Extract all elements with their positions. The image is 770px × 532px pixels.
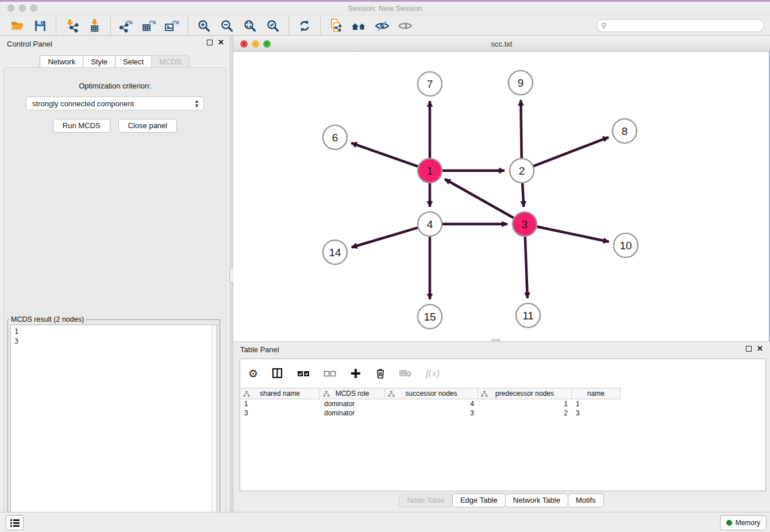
zoom-view-button[interactable]: +: [263, 40, 271, 48]
column-header-name[interactable]: name: [572, 388, 621, 399]
hide-selected-icon[interactable]: [374, 18, 391, 34]
network-view-window: scc.txt x-+ 7968124310141511: [233, 36, 770, 342]
cell-predecessor-nodes[interactable]: 2: [478, 409, 572, 417]
tab-network-table[interactable]: Network Table: [505, 494, 568, 507]
node-15[interactable]: 15: [418, 304, 442, 329]
memory-button[interactable]: Memory: [720, 515, 767, 530]
network-canvas[interactable]: 7968124310141511: [233, 52, 770, 342]
mcds-result-title: MCDS result (2 nodes): [9, 315, 86, 323]
close-panel-icon[interactable]: ✕: [218, 40, 224, 45]
cell-name[interactable]: 1: [572, 400, 621, 408]
search-input[interactable]: [607, 22, 764, 30]
table-panel-tabs: Node TableEdge TableNetwork TableMotifs: [233, 494, 770, 507]
tab-motifs[interactable]: Motifs: [568, 494, 604, 507]
add-column-icon[interactable]: [350, 366, 361, 381]
node-9[interactable]: 9: [509, 71, 533, 95]
cell-shared-name[interactable]: 1: [240, 400, 320, 408]
import-network-icon[interactable]: [63, 18, 80, 34]
node-label: 14: [329, 246, 341, 259]
edge-3-11[interactable]: [525, 237, 528, 298]
zoom-out-icon[interactable]: [218, 18, 236, 34]
run-mcds-button[interactable]: Run MCDS: [53, 119, 110, 133]
node-label: 2: [519, 165, 525, 177]
memory-label: Memory: [736, 519, 760, 527]
table-options-icon[interactable]: ⚙: [248, 366, 258, 381]
search-box[interactable]: ⚲: [596, 19, 764, 32]
toolbar-separator: [188, 17, 188, 34]
node-7[interactable]: 7: [418, 72, 442, 96]
node-1[interactable]: 1: [418, 159, 442, 183]
column-header-MCDS-role[interactable]: MCDS role: [320, 388, 385, 399]
cell-successor-nodes[interactable]: 4: [385, 400, 478, 408]
edge-3-10[interactable]: [537, 227, 609, 242]
tab-edge-table[interactable]: Edge Table: [452, 494, 506, 507]
float-panel-icon[interactable]: [207, 40, 213, 45]
optimization-criterion-label: Optimization criterion:: [4, 82, 226, 90]
zoom-fit-icon[interactable]: [241, 18, 259, 34]
node-4[interactable]: 4: [418, 212, 442, 236]
tab-node-table[interactable]: Node Table: [399, 494, 453, 507]
close-view-button[interactable]: x: [240, 40, 248, 48]
close-table-panel-icon[interactable]: ✕: [757, 346, 763, 352]
close-panel-button[interactable]: Close panel: [118, 119, 178, 133]
edge-2-8[interactable]: [534, 137, 609, 166]
network-graph[interactable]: 7968124310141511: [233, 52, 769, 341]
delete-column-icon[interactable]: [375, 366, 386, 381]
result-scrollbar[interactable]: [211, 325, 217, 527]
node-10[interactable]: 10: [614, 233, 638, 257]
open-session-icon[interactable]: [9, 18, 26, 34]
export-image-icon[interactable]: [164, 18, 181, 34]
node-8[interactable]: 8: [613, 119, 637, 143]
column-label: name: [587, 390, 605, 398]
column-header-successor-nodes[interactable]: successor nodes: [385, 388, 478, 399]
task-history-button[interactable]: [6, 515, 24, 530]
accent-strip: [0, 0, 770, 2]
cell-shared-name[interactable]: 3: [240, 409, 320, 417]
deselect-all-icon[interactable]: [324, 366, 336, 381]
first-neighbors-icon[interactable]: [351, 18, 368, 34]
control-panel-title: Control Panel: [7, 40, 52, 48]
import-table-icon[interactable]: [86, 18, 103, 34]
column-header-shared-name[interactable]: shared name: [240, 388, 320, 399]
cell-predecessor-nodes[interactable]: 1: [478, 400, 572, 408]
table-row[interactable]: 1dominator411: [240, 399, 765, 408]
node-14[interactable]: 14: [323, 240, 347, 264]
export-table-icon[interactable]: [141, 18, 158, 34]
minimize-view-button[interactable]: -: [252, 40, 259, 48]
node-6[interactable]: 6: [323, 125, 347, 149]
save-session-icon[interactable]: [32, 18, 49, 34]
toolbar-separator: [320, 17, 321, 34]
edge-2-3[interactable]: [522, 183, 523, 207]
show-columns-icon[interactable]: [272, 366, 283, 381]
edge-3-1[interactable]: [445, 179, 514, 218]
cell-MCDS-role[interactable]: dominator: [320, 400, 385, 408]
table-row[interactable]: 3dominator323: [240, 408, 765, 418]
new-network-from-selection-icon[interactable]: [328, 18, 345, 34]
function-builder-icon: f(x): [426, 366, 440, 381]
mcds-result-textarea[interactable]: 1 3: [10, 325, 217, 528]
node-label: 15: [424, 311, 436, 323]
float-table-panel-icon[interactable]: [746, 346, 752, 352]
cell-MCDS-role[interactable]: dominator: [320, 409, 385, 417]
node-11[interactable]: 11: [516, 303, 540, 327]
select-all-icon[interactable]: [297, 366, 310, 381]
criterion-dropdown[interactable]: strongly connected component ▲▼: [26, 97, 204, 110]
cell-name[interactable]: 3: [572, 409, 621, 417]
table-panel-title: Table Panel: [240, 345, 279, 354]
show-all-icon[interactable]: [396, 18, 414, 34]
node-3[interactable]: 3: [513, 212, 537, 236]
mcds-tab-panel: Optimization criterion: strongly connect…: [3, 67, 226, 532]
column-header-predecessor-nodes[interactable]: predecessor nodes: [478, 388, 572, 399]
refresh-icon[interactable]: [296, 18, 313, 34]
edge-2-9[interactable]: [521, 100, 521, 158]
zoom-in-icon[interactable]: [195, 18, 213, 34]
edge-1-6[interactable]: [351, 143, 418, 167]
toolbar-separator: [56, 17, 56, 34]
zoom-selected-icon[interactable]: [264, 18, 282, 34]
export-network-icon[interactable]: [118, 18, 135, 34]
edge-4-14[interactable]: [352, 228, 418, 247]
network-window-titlebar[interactable]: scc.txt x-+: [233, 36, 770, 52]
cell-successor-nodes[interactable]: 3: [385, 409, 478, 417]
node-label: 10: [619, 240, 632, 252]
node-2[interactable]: 2: [510, 159, 534, 183]
